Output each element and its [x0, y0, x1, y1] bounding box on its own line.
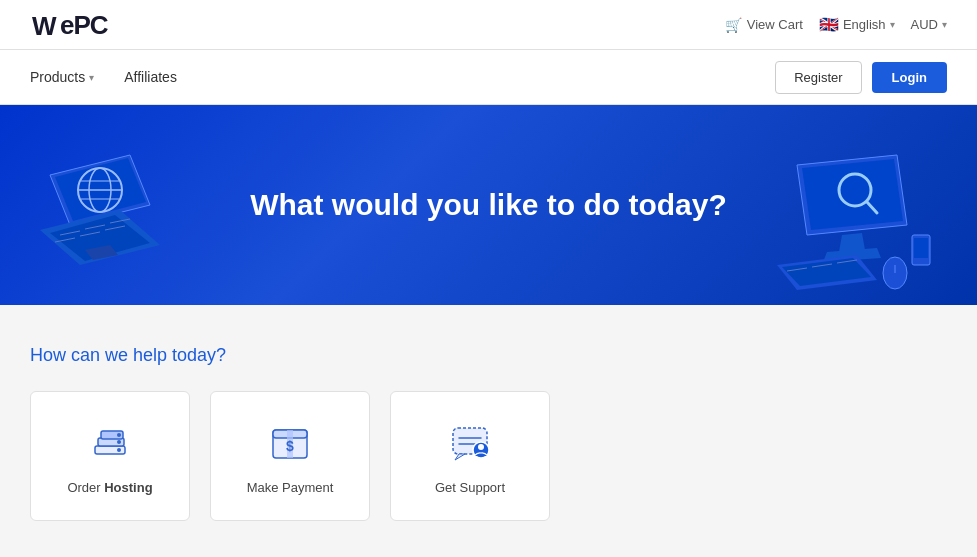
language-label: English — [843, 17, 886, 32]
svg-point-35 — [117, 448, 121, 452]
monitor-illustration — [767, 135, 947, 305]
svg-marker-45 — [455, 454, 465, 460]
service-cards-row: Order Hosting $ Make Payment — [30, 391, 947, 521]
chevron-down-icon: ▾ — [890, 19, 895, 30]
currency-chevron-icon: ▾ — [942, 19, 947, 30]
language-selector[interactable]: 🇬🇧 English ▾ — [819, 15, 895, 34]
hero-title: What would you like to do today? — [250, 188, 727, 222]
hosting-icon — [85, 418, 135, 468]
view-cart-link[interactable]: 🛒 View Cart — [725, 17, 803, 33]
svg-point-36 — [117, 440, 121, 444]
help-section-title: How can we help today? — [30, 345, 947, 366]
nav-right: Register Login — [775, 61, 947, 94]
view-cart-label: View Cart — [747, 17, 803, 32]
nav-products[interactable]: Products ▾ — [30, 69, 94, 85]
make-payment-label: Make Payment — [247, 480, 334, 495]
payment-icon: $ — [265, 418, 315, 468]
nav-affiliates-label: Affiliates — [124, 69, 177, 85]
flag-icon: 🇬🇧 — [819, 15, 839, 34]
svg-rect-31 — [914, 238, 928, 258]
svg-point-37 — [117, 433, 121, 437]
nav-bar: Products ▾ Affiliates Register Login — [0, 50, 977, 105]
support-icon — [445, 418, 495, 468]
make-payment-card[interactable]: $ Make Payment — [210, 391, 370, 521]
currency-selector[interactable]: AUD ▾ — [911, 17, 947, 32]
currency-label: AUD — [911, 17, 938, 32]
top-right-area: 🛒 View Cart 🇬🇧 English ▾ AUD ▾ — [725, 15, 947, 34]
cart-icon: 🛒 — [725, 17, 742, 33]
order-hosting-label: Order Hosting — [67, 480, 152, 495]
order-hosting-card[interactable]: Order Hosting — [30, 391, 190, 521]
svg-text:W: W — [32, 11, 57, 41]
nav-products-label: Products — [30, 69, 85, 85]
get-support-card[interactable]: Get Support — [390, 391, 550, 521]
nav-products-chevron: ▾ — [89, 72, 94, 83]
logo[interactable]: W ePC — [30, 8, 108, 41]
svg-marker-21 — [839, 233, 865, 252]
laptop-illustration — [20, 125, 190, 305]
nav-affiliates[interactable]: Affiliates — [124, 69, 177, 85]
svg-text:$: $ — [286, 438, 294, 454]
login-button[interactable]: Login — [872, 62, 947, 93]
register-button[interactable]: Register — [775, 61, 861, 94]
main-content: How can we help today? Order Hosting — [0, 305, 977, 557]
nav-left: Products ▾ Affiliates — [30, 69, 177, 85]
get-support-label: Get Support — [435, 480, 505, 495]
svg-point-47 — [478, 444, 484, 450]
hero-banner: What would you like to do today? — [0, 105, 977, 305]
svg-marker-18 — [802, 159, 903, 230]
top-bar: W ePC 🛒 View Cart 🇬🇧 English ▾ AUD ▾ — [0, 0, 977, 50]
